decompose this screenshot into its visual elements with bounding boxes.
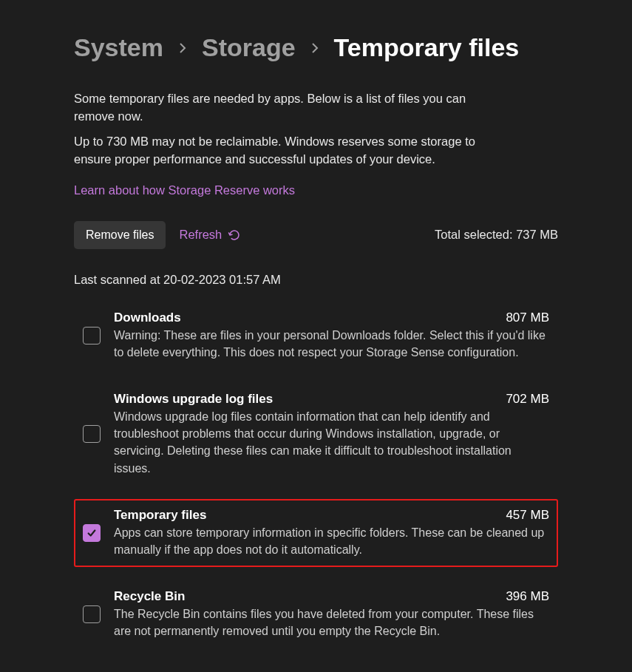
- refresh-button[interactable]: Refresh: [176, 223, 244, 246]
- item-content: Temporary files457 MBApps can store temp…: [114, 508, 549, 558]
- item-title: Downloads: [114, 310, 181, 325]
- file-item: Windows upgrade log files702 MBWindows u…: [74, 383, 558, 486]
- item-description: The Recycle Bin contains files you have …: [114, 605, 549, 639]
- item-size: 807 MB: [506, 310, 549, 325]
- item-content: Recycle Bin396 MBThe Recycle Bin contain…: [114, 589, 549, 639]
- breadcrumb-temporary-files: Temporary files: [334, 33, 520, 62]
- item-content: Windows upgrade log files702 MBWindows u…: [114, 392, 549, 477]
- file-item: Temporary files457 MBApps can store temp…: [74, 499, 558, 567]
- item-title: Temporary files: [114, 508, 206, 523]
- last-scanned-text: Last scanned at 20-02-2023 01:57 AM: [74, 273, 558, 287]
- item-header: Windows upgrade log files702 MB: [114, 392, 549, 407]
- item-title: Windows upgrade log files: [114, 392, 273, 407]
- actions-row: Remove files Refresh Total selected: 737…: [74, 221, 558, 249]
- items-list: Downloads807 MBWarning: These are files …: [74, 302, 558, 649]
- item-checkbox[interactable]: [83, 327, 101, 345]
- item-checkbox[interactable]: [83, 425, 101, 443]
- file-item: Recycle Bin396 MBThe Recycle Bin contain…: [74, 580, 558, 648]
- breadcrumb: System Storage Temporary files: [74, 33, 558, 62]
- breadcrumb-storage[interactable]: Storage: [202, 33, 296, 62]
- item-checkbox[interactable]: [83, 524, 101, 542]
- chevron-right-icon: [177, 42, 188, 54]
- remove-files-button[interactable]: Remove files: [74, 221, 166, 249]
- reserve-text: Up to 730 MB may not be reclaimable. Win…: [74, 133, 488, 169]
- item-content: Downloads807 MBWarning: These are files …: [114, 310, 549, 361]
- item-size: 396 MB: [506, 589, 549, 604]
- item-description: Warning: These are files in your persona…: [114, 327, 549, 361]
- checkmark-icon: [86, 528, 97, 538]
- chevron-right-icon: [309, 42, 321, 54]
- file-item: Downloads807 MBWarning: These are files …: [74, 302, 558, 370]
- item-size: 457 MB: [506, 508, 549, 523]
- refresh-icon: [228, 228, 241, 242]
- refresh-label: Refresh: [179, 228, 222, 242]
- intro-text: Some temporary files are needed by apps.…: [74, 90, 488, 126]
- item-checkbox[interactable]: [83, 605, 101, 623]
- item-size: 702 MB: [506, 392, 549, 407]
- storage-reserve-link[interactable]: Learn about how Storage Reserve works: [74, 183, 295, 197]
- item-description: Apps can store temporary information in …: [114, 524, 549, 558]
- item-header: Recycle Bin396 MB: [114, 589, 549, 604]
- breadcrumb-system[interactable]: System: [74, 33, 163, 62]
- item-header: Temporary files457 MB: [114, 508, 549, 523]
- total-selected: Total selected: 737 MB: [435, 228, 558, 242]
- item-title: Recycle Bin: [114, 589, 185, 604]
- item-header: Downloads807 MB: [114, 310, 549, 325]
- item-description: Windows upgrade log files contain inform…: [114, 408, 549, 477]
